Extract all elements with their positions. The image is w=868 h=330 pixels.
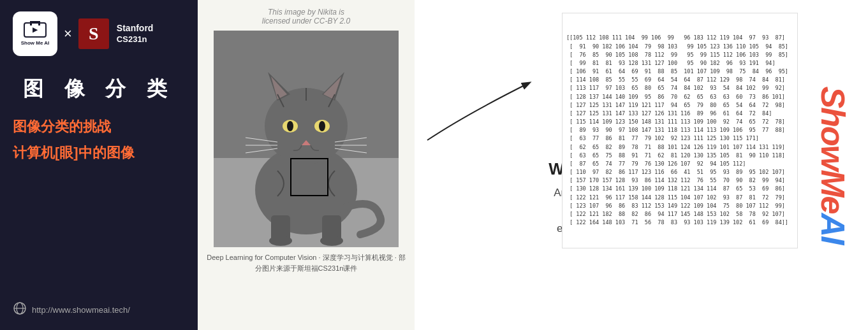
- stanford-text: Stanford CS231n: [117, 22, 154, 45]
- times-sign: ×: [64, 25, 72, 42]
- monitor-icon: [24, 22, 47, 38]
- svg-point-14: [287, 121, 293, 131]
- stanford-logo: S Stanford CS231n: [78, 18, 154, 49]
- credit-line1: This image by Nikita is: [268, 8, 344, 17]
- right-panel: [[105 112 108 111 104 99 106 99 96 183 1…: [415, 0, 868, 330]
- svg-point-28: [269, 236, 292, 246]
- watermark: ShowMeAI: [798, 0, 868, 330]
- stanford-course: CS231n: [117, 34, 154, 45]
- stanford-s-letter: S: [78, 18, 109, 49]
- showmeai-logo-text: Show Me AI: [21, 40, 50, 46]
- credit-line2: licensed under CC-BY 2.0: [262, 17, 351, 25]
- svg-point-15: [319, 121, 325, 131]
- challenge-title: 图像分类的挑战: [13, 116, 185, 137]
- cat-svg: [214, 31, 399, 247]
- website-area[interactable]: http://www.showmeai.tech/: [13, 301, 130, 319]
- website-url: http://www.showmeai.tech/: [32, 305, 130, 315]
- watermark-text: ShowMeAI: [814, 87, 852, 244]
- matrix-display: [[105 112 108 111 104 99 106 99 96 183 1…: [562, 13, 798, 248]
- left-panel: Show Me AI × S Stanford CS231n 图 像 分 类 图…: [0, 0, 198, 330]
- eye-subtitle: 计算机[眼]中的图像: [13, 142, 185, 163]
- footer-caption: Deep Learning for Computer Vision · 深度学习…: [204, 252, 408, 273]
- logo-area: Show Me AI × S Stanford CS231n: [13, 11, 185, 56]
- globe-icon: [13, 301, 27, 319]
- matrix-values: [[105 112 108 111 104 99 106 99 96 183 1…: [566, 34, 793, 227]
- cat-image: [214, 31, 399, 247]
- image-credit: This image by Nikita is licensed under C…: [262, 8, 351, 25]
- middle-panel: This image by Nikita is licensed under C…: [198, 0, 415, 330]
- showmeai-logo: Show Me AI: [13, 11, 57, 56]
- selection-box: [290, 158, 328, 196]
- stanford-name: Stanford: [117, 22, 154, 34]
- svg-point-29: [320, 236, 343, 246]
- main-title: 图 像 分 类: [13, 75, 185, 103]
